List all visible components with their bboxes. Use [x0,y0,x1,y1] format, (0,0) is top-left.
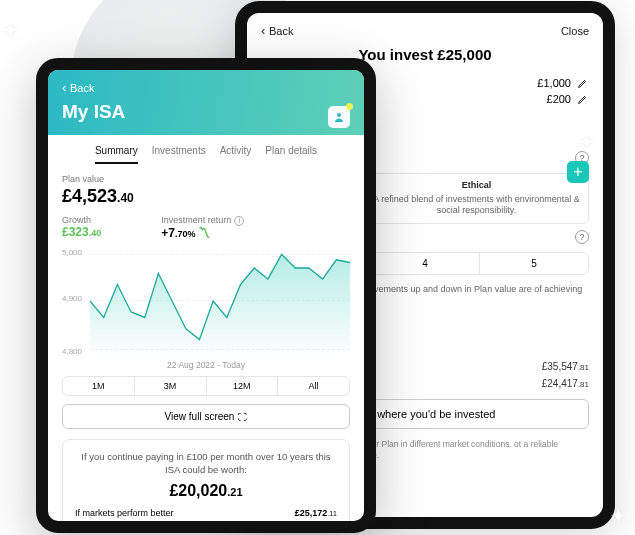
add-button[interactable]: + [567,161,589,183]
sparkle-icon: ✦ [578,130,595,154]
better-label: If markets perform better [75,508,174,518]
sparkle-icon: ✦ [2,18,19,42]
range-all[interactable]: All [278,377,349,395]
projection-box: If you continue paying in £100 per month… [62,439,350,534]
back-button[interactable]: Back [62,80,350,95]
return-label: Investment returni [161,215,244,226]
projection-text: If you continue paying in £100 per month… [75,450,337,477]
tab-investments[interactable]: Investments [152,145,206,164]
performance-chart[interactable]: 5,000 4,900 4,800 [62,246,350,356]
edit-icon[interactable] [577,77,589,89]
profile-icon[interactable] [328,106,350,128]
plan-value: £4,523.40 [62,186,350,207]
sparkle-icon: ✦ [610,504,627,528]
time-range-segment: 1M 3M 12M All [62,376,350,396]
tab-plan-details[interactable]: Plan details [265,145,317,164]
close-button[interactable]: Close [561,25,589,37]
worse-value: £15,856.18 [295,526,337,533]
option-card-ethical[interactable]: Ethical A refined blend of investments w… [364,173,589,224]
growth-label: Growth [62,215,101,225]
tab-summary[interactable]: Summary [95,145,138,164]
y-axis-tick: 5,000 [62,248,82,257]
worse-label: If markets perform worse [75,526,175,533]
isa-tablet: Back My ISA Summary Investments Activity… [36,58,376,533]
tab-bar: Summary Investments Activity Plan detail… [48,135,364,164]
risk-option-5[interactable]: 5 [480,253,588,274]
growth-value: £323.40 [62,225,101,239]
trend-up-icon: 〽 [198,226,210,240]
deposit-value: £1,000 [537,77,571,89]
fullscreen-button[interactable]: View full screen⛶ [62,404,350,429]
better-value: £25,172.11 [295,508,337,518]
projection-value: £20,020.21 [75,482,337,500]
edit-icon[interactable] [577,93,589,105]
back-button[interactable]: Back [261,23,293,38]
range-12m[interactable]: 12M [207,377,279,395]
help-icon[interactable]: ? [575,230,589,244]
plan-value-label: Plan value [62,174,350,184]
plan-header: Back My ISA [48,70,364,135]
monthly-value: £200 [547,93,571,105]
info-icon[interactable]: i [234,216,244,226]
range-1m[interactable]: 1M [63,377,135,395]
tab-activity[interactable]: Activity [220,145,252,164]
plan-title: My ISA [62,101,350,123]
range-3m[interactable]: 3M [135,377,207,395]
y-axis-tick: 4,900 [62,294,82,303]
y-axis-tick: 4,800 [62,347,82,356]
svg-point-0 [337,113,341,117]
expand-icon: ⛶ [238,412,247,422]
return-value: +7.70%〽 [161,226,244,240]
risk-option-4[interactable]: 4 [371,253,480,274]
chart-caption: 22 Aug 2022 - Today [62,360,350,370]
